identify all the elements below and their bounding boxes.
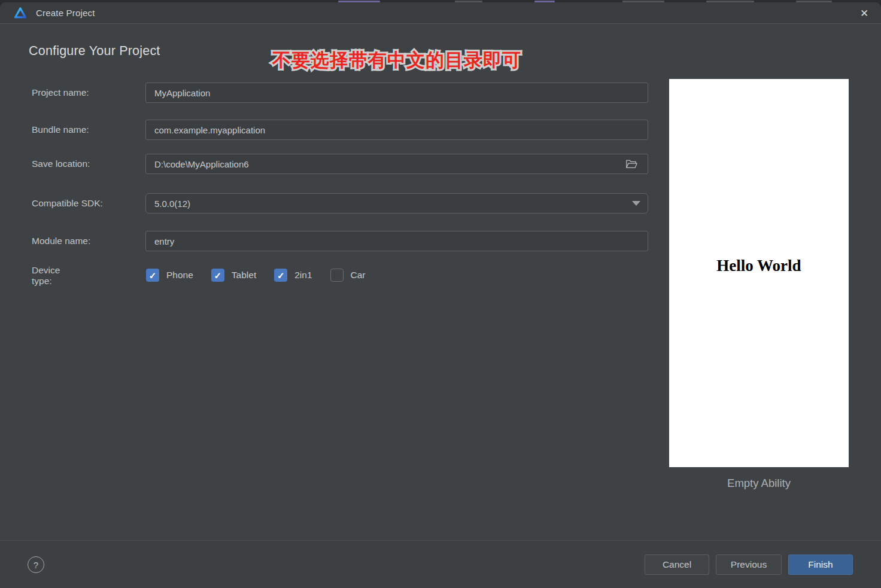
bundle-name-label: Bundle name: [32, 124, 89, 135]
project-name-input[interactable] [145, 83, 648, 103]
help-glyph: ? [34, 560, 38, 570]
tablet-checkbox[interactable]: ✓ [211, 269, 224, 282]
check-icon: ✓ [149, 271, 157, 280]
dialog-title: Create Project [36, 8, 95, 18]
compatible-sdk-select[interactable]: 5.0.0(12) [145, 193, 648, 214]
finish-button[interactable]: Finish [788, 555, 853, 575]
close-icon[interactable]: ✕ [855, 5, 874, 22]
dialog-footer: ? Cancel Previous Finish [0, 540, 881, 588]
form-row-module-name: Module name: [0, 231, 648, 251]
phone-label: Phone [166, 270, 193, 281]
save-location-label: Save location: [32, 159, 90, 169]
check-icon: ✓ [277, 271, 285, 280]
preview-caption: Empty Ability [669, 477, 849, 490]
check-icon: ✓ [214, 271, 222, 280]
form-row-save-location: Save location: [0, 154, 648, 174]
device-option-tablet[interactable]: ✓ Tablet [211, 269, 256, 282]
project-name-label: Project name: [32, 87, 89, 98]
module-name-label: Module name: [32, 236, 90, 246]
cancel-button[interactable]: Cancel [645, 555, 709, 575]
car-checkbox[interactable]: ✓ [330, 269, 344, 282]
2in1-checkbox[interactable]: ✓ [274, 269, 287, 282]
deveco-studio-logo-icon [13, 7, 28, 20]
help-icon[interactable]: ? [28, 556, 44, 573]
device-option-car[interactable]: ✓ Car [330, 269, 366, 282]
form-row-compatible-sdk: Compatible SDK: 5.0.0(12) [0, 193, 648, 214]
preview-hello-world-text: Hello World [669, 256, 849, 275]
car-label: Car [351, 270, 366, 281]
device-type-options: ✓ Phone ✓ Tablet ✓ 2in1 [146, 269, 366, 282]
dropdown-arrow-icon [632, 201, 640, 206]
module-name-input[interactable] [145, 231, 648, 251]
device-option-2in1[interactable]: ✓ 2in1 [274, 269, 312, 282]
device-type-label: Device type: [32, 265, 60, 287]
bundle-name-input[interactable] [145, 120, 648, 140]
form-row-project-name: Project name: [0, 83, 648, 103]
dialog-titlebar[interactable]: Create Project ✕ [0, 2, 881, 24]
create-project-dialog: Create Project ✕ Configure Your Project … [0, 2, 881, 588]
footer-buttons: Cancel Previous Finish [645, 555, 853, 575]
phone-checkbox[interactable]: ✓ [146, 269, 159, 282]
ability-preview-screen: Hello World [669, 79, 849, 467]
compatible-sdk-label: Compatible SDK: [32, 198, 103, 209]
close-glyph: ✕ [860, 7, 868, 20]
save-location-input[interactable] [145, 154, 648, 174]
2in1-label: 2in1 [294, 270, 312, 281]
form-row-bundle-name: Bundle name: [0, 120, 648, 140]
annotation-text: 不要选择带有中文的目录即可 不要选择带有中文的目录即可 [272, 48, 521, 69]
page-title: Configure Your Project [29, 44, 160, 59]
device-option-phone[interactable]: ✓ Phone [146, 269, 193, 282]
dialog-content: Configure Your Project 不要选择带有中文的目录即可 不要选… [0, 24, 881, 540]
annotation-fill: 不要选择带有中文的目录即可 [272, 50, 521, 71]
compatible-sdk-value: 5.0.0(12) [154, 199, 190, 209]
tablet-label: Tablet [232, 270, 256, 281]
browse-folder-button[interactable] [624, 157, 639, 171]
folder-open-icon [625, 159, 637, 169]
previous-button[interactable]: Previous [716, 555, 782, 575]
